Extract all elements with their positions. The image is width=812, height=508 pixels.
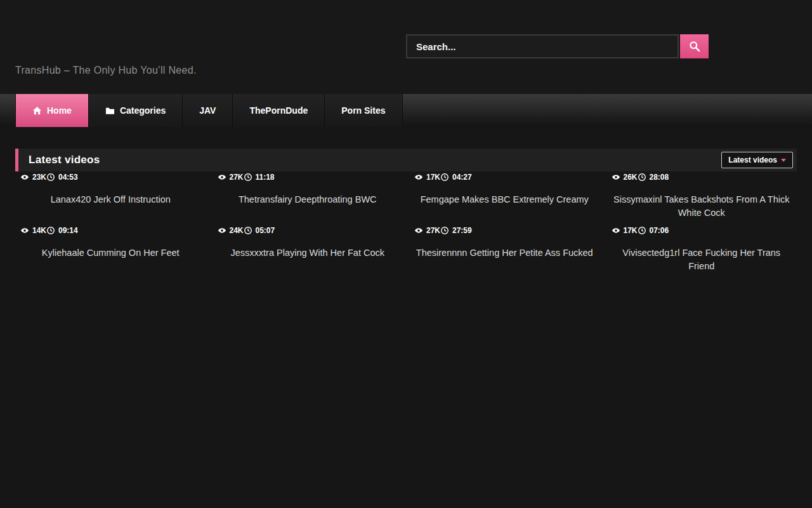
view-count: 14K: [20, 226, 46, 235]
nav-tab-label: JAV: [199, 105, 216, 116]
eye-icon: [218, 173, 226, 182]
video-title[interactable]: Femgape Makes BBC Extremely Creamy: [409, 193, 600, 206]
duration-text: 05:07: [256, 226, 275, 235]
video-card[interactable]: 27K 11:18 Thetransfairy Deepthroating BW…: [213, 185, 403, 220]
folder-icon: [105, 106, 115, 116]
duration-text: 07:06: [650, 226, 669, 235]
view-count-text: 23K: [32, 173, 46, 182]
duration-text: 11:18: [256, 173, 275, 182]
video-title[interactable]: Jessxxxtra Playing With Her Fat Cock: [213, 246, 403, 260]
duration: 07:06: [638, 226, 669, 235]
video-title[interactable]: Thesirennnn Getting Her Petite Ass Fucke…: [409, 246, 600, 260]
eye-icon: [612, 173, 620, 182]
clock-icon: [244, 173, 252, 182]
video-card[interactable]: 26K 28:08 Sissymaxinl Takes Backshots Fr…: [606, 185, 797, 220]
eye-icon: [20, 226, 29, 235]
site-header: TransHub – The Only Hub You’ll Need.: [0, 0, 812, 94]
view-count-text: 26K: [624, 173, 638, 182]
view-count: 27K: [218, 173, 244, 182]
duration: 04:53: [46, 173, 78, 182]
sort-dropdown-button[interactable]: Latest videos: [721, 152, 793, 168]
view-count: 24K: [218, 226, 244, 235]
nav-tab-theporndude[interactable]: ThePornDude: [233, 94, 325, 127]
nav-tab-label: Home: [47, 105, 72, 116]
video-stats: 17K 07:06: [606, 222, 617, 239]
video-card[interactable]: 24K 05:07 Jessxxxtra Playing With Her Fa…: [213, 239, 403, 273]
chevron-down-icon: [781, 159, 786, 162]
video-card[interactable]: 14K 09:14 Kyliehaale Cumming On Her Feet: [15, 239, 206, 273]
video-stats: 23K 04:53: [15, 169, 25, 185]
video-stats: 17K 04:27: [409, 169, 419, 185]
home-icon: [32, 106, 42, 116]
eye-icon: [20, 173, 29, 182]
nav-tab-jav[interactable]: JAV: [183, 94, 233, 127]
video-card[interactable]: 27K 27:59 Thesirennnn Getting Her Petite…: [409, 239, 600, 273]
section-header: Latest videos Latest videos: [15, 149, 797, 171]
view-count-text: 24K: [230, 226, 244, 235]
view-count: 23K: [20, 173, 46, 182]
duration: 11:18: [244, 173, 275, 182]
sort-dropdown-label: Latest videos: [728, 156, 777, 164]
main-content: Latest videos Latest videos 23K 04:53: [0, 127, 812, 292]
search-button[interactable]: [680, 34, 709, 58]
view-count: 27K: [414, 226, 440, 235]
view-count-text: 27K: [426, 226, 440, 235]
duration-text: 04:27: [452, 173, 472, 182]
clock-icon: [244, 226, 252, 235]
duration-text: 09:14: [58, 226, 78, 235]
eye-icon: [218, 226, 226, 235]
search-input[interactable]: [406, 34, 679, 58]
section-title: Latest videos: [29, 154, 100, 166]
view-count-text: 17K: [426, 173, 440, 182]
nav-tab-porn-sites[interactable]: Porn Sites: [325, 94, 402, 127]
video-stats: 14K 09:14: [15, 222, 25, 239]
clock-icon: [638, 173, 646, 182]
video-title[interactable]: Lanax420 Jerk Off Instruction: [15, 193, 206, 206]
duration: 05:07: [244, 226, 275, 235]
site-tagline: TransHub – The Only Hub You’ll Need.: [15, 65, 197, 76]
view-count-text: 17K: [624, 226, 638, 235]
duration: 09:14: [46, 226, 78, 235]
clock-icon: [46, 226, 55, 235]
main-nav: Home Categories JAV ThePornDude Porn Sit…: [0, 94, 812, 127]
clock-icon: [440, 173, 449, 182]
duration: 04:27: [440, 173, 472, 182]
duration-text: 04:53: [58, 173, 78, 182]
nav-tab-categories[interactable]: Categories: [89, 94, 183, 127]
video-card[interactable]: 17K 04:27 Femgape Makes BBC Extremely Cr…: [409, 185, 600, 220]
view-count: 17K: [612, 226, 638, 235]
video-stats: 27K 27:59: [409, 222, 419, 239]
view-count-text: 14K: [32, 226, 46, 235]
duration: 27:59: [440, 226, 472, 235]
video-title[interactable]: Vivisectedg1rl Face Fucking Her Trans Fr…: [606, 246, 797, 273]
video-title[interactable]: Kyliehaale Cumming On Her Feet: [15, 246, 206, 260]
clock-icon: [46, 173, 55, 182]
view-count: 26K: [612, 173, 638, 182]
video-stats: 27K 11:18: [213, 169, 223, 185]
duration: 28:08: [638, 173, 669, 182]
eye-icon: [414, 226, 423, 235]
nav-tab-label: Porn Sites: [341, 105, 385, 116]
video-title[interactable]: Sissymaxinl Takes Backshots From A Thick…: [606, 193, 797, 220]
search-form: [406, 34, 709, 58]
eye-icon: [414, 173, 423, 182]
duration-text: 27:59: [452, 226, 472, 235]
video-title[interactable]: Thetransfairy Deepthroating BWC: [213, 193, 403, 206]
duration-text: 28:08: [650, 173, 669, 182]
search-icon: [689, 41, 700, 52]
video-card[interactable]: 23K 04:53 Lanax420 Jerk Off Instruction: [15, 185, 206, 220]
view-count-text: 27K: [230, 173, 244, 182]
video-stats: 26K 28:08: [606, 169, 617, 185]
nav-tab-label: ThePornDude: [249, 105, 308, 116]
video-stats: 24K 05:07: [213, 222, 223, 239]
view-count: 17K: [414, 173, 440, 182]
nav-tab-label: Categories: [120, 105, 166, 116]
clock-icon: [638, 226, 646, 235]
video-grid: 23K 04:53 Lanax420 Jerk Off Instruction …: [15, 185, 797, 292]
clock-icon: [440, 226, 449, 235]
nav-tab-home[interactable]: Home: [15, 94, 89, 127]
eye-icon: [612, 226, 620, 235]
video-card[interactable]: 17K 07:06 Vivisectedg1rl Face Fucking He…: [606, 239, 797, 273]
